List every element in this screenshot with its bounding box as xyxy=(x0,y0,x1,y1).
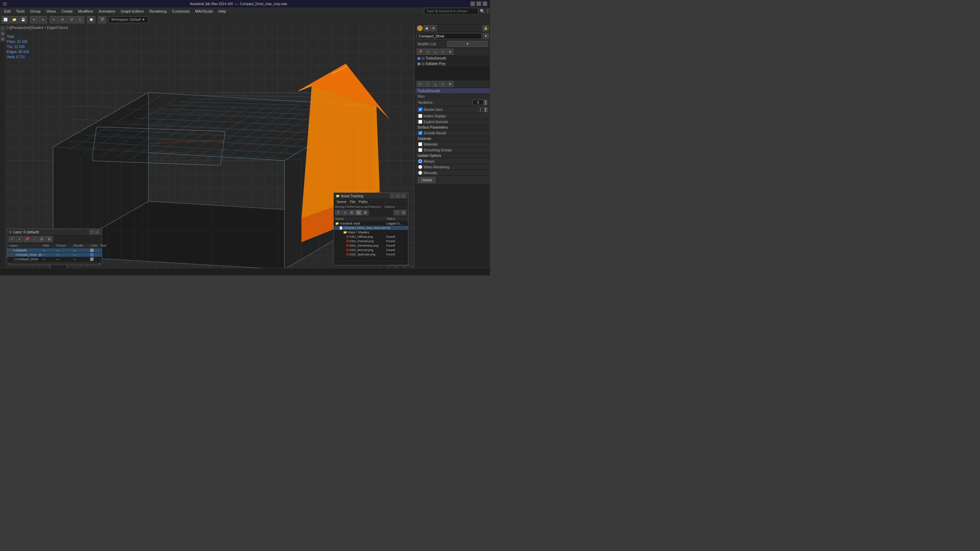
at-minimize-button[interactable]: − xyxy=(390,194,395,198)
at-menu-paths[interactable]: Paths xyxy=(358,200,369,204)
at-row-fresnel[interactable]: 🖼 SSD_Fresnel.png Found xyxy=(334,239,408,243)
at-help-button-2[interactable]: ⚙ xyxy=(401,210,407,215)
at-row-vault[interactable]: 📁 Autodesk Vault Logged O... xyxy=(334,221,408,226)
layers-move-button[interactable]: ↑ xyxy=(31,236,38,242)
at-detail-button[interactable]: ⊟ xyxy=(356,210,362,215)
menu-item-rendering[interactable]: Rendering xyxy=(147,8,169,14)
isoline-checkbox[interactable] xyxy=(418,114,422,118)
materials-checkbox[interactable] xyxy=(418,142,422,146)
menu-item-maxscript[interactable]: MAXScript xyxy=(192,8,216,14)
smoothing-groups-checkbox[interactable] xyxy=(418,148,422,152)
at-scrollbar-h[interactable] xyxy=(334,257,408,260)
open-button[interactable]: 📁 xyxy=(10,16,18,24)
layers-scrollbar[interactable]: ◀ ▶ xyxy=(7,262,102,265)
display-icon[interactable]: ▣ xyxy=(424,25,430,31)
render-iters-input[interactable] xyxy=(479,108,482,111)
layers-pin-button[interactable]: 📌 xyxy=(24,236,30,242)
left-tool-2[interactable]: ◈ xyxy=(0,31,5,36)
menu-item-create[interactable]: Create xyxy=(59,8,75,14)
menu-item-customize[interactable]: Customize xyxy=(169,8,192,14)
explicit-normals-checkbox[interactable] xyxy=(418,120,422,124)
iterations-down[interactable]: ▼ xyxy=(484,102,487,105)
menu-item-modifiers[interactable]: Modifiers xyxy=(75,8,96,14)
modifier-add-icon[interactable]: △ xyxy=(432,49,439,55)
layers-expand-button[interactable]: ⊞ xyxy=(46,236,53,242)
lock-icon[interactable]: 🔒 xyxy=(482,25,488,31)
render-iters-down[interactable]: ▼ xyxy=(484,110,487,112)
utility-icon[interactable]: ⚙ xyxy=(430,25,437,31)
layers-add-button[interactable]: + xyxy=(8,236,15,242)
menu-item-edit[interactable]: Edit xyxy=(2,8,13,14)
iterations-input[interactable] xyxy=(473,100,484,105)
layers-close-button[interactable]: × xyxy=(95,230,100,234)
mod-icon-5[interactable]: ⊞ xyxy=(447,81,453,87)
layers-fold-button[interactable]: ⊟ xyxy=(38,236,45,242)
rotate-button[interactable]: ↺ xyxy=(67,16,76,24)
snap-button[interactable]: 🔲 xyxy=(87,16,95,24)
at-row-specular[interactable]: 🖼 SSD_Specular.png Found xyxy=(334,252,408,257)
layers-delete-button[interactable]: × xyxy=(16,236,23,242)
at-list-button[interactable]: ≡ xyxy=(342,210,348,215)
smooth-result-checkbox[interactable] xyxy=(418,131,422,135)
menu-item-graph-editors[interactable]: Graph Editors xyxy=(118,8,147,14)
render-button[interactable]: 🎬 xyxy=(98,16,106,24)
layer-row-compact-drive-obj[interactable]: ◻ Compact_Drive — — — xyxy=(7,257,102,262)
mod-icon-1[interactable]: ⬡ xyxy=(417,81,424,87)
render-iters-spinner[interactable]: ▲ ▼ xyxy=(484,107,487,112)
search-input[interactable] xyxy=(424,8,479,14)
when-rendering-radio[interactable] xyxy=(418,165,422,169)
modifier-editable-poly[interactable]: Editable Poly xyxy=(415,61,490,67)
menu-item-group[interactable]: Group xyxy=(27,8,43,14)
modifier-pin-icon[interactable]: 📌 xyxy=(417,49,424,55)
at-maximize-button[interactable]: □ xyxy=(396,194,401,198)
iterations-up[interactable]: ▲ xyxy=(484,100,487,102)
render-iters-up[interactable]: ▲ xyxy=(484,107,487,110)
at-help-button-1[interactable]: ? xyxy=(394,210,400,215)
material-icon[interactable] xyxy=(417,25,423,31)
modifier-select-icon[interactable]: ◻ xyxy=(424,49,431,55)
layers-scrollbar-track[interactable] xyxy=(11,263,97,265)
at-tile-button[interactable]: ⊠ xyxy=(363,210,369,215)
layer-row-compact-drive[interactable]: ⬛ Compact_Drive ☑ — — — xyxy=(7,253,102,257)
maximize-button[interactable]: □ xyxy=(476,2,481,6)
menu-item-tools[interactable]: Tools xyxy=(13,8,27,14)
new-button[interactable]: ⬜ xyxy=(2,16,10,24)
object-dropdown[interactable]: ▼ xyxy=(483,33,488,39)
modifier-grid-icon[interactable]: ⊞ xyxy=(447,49,453,55)
at-grid-button[interactable]: ⊞ xyxy=(349,210,355,215)
scale-button[interactable]: ⬡ xyxy=(76,16,84,24)
at-row-normal[interactable]: 🖼 SSD_Normal.png Found xyxy=(334,248,408,252)
iterations-spinner[interactable]: ▲ ▼ xyxy=(473,100,487,105)
workspace-dropdown[interactable]: Workspace: Default ▼ xyxy=(108,16,148,23)
always-radio[interactable] xyxy=(418,159,422,163)
modifier-turbosmooth[interactable]: TurboSmooth xyxy=(415,56,490,61)
close-button[interactable]: × xyxy=(482,2,487,6)
modifier-vis-toggle-2[interactable] xyxy=(422,63,424,65)
modifier-list-dropdown[interactable]: ▼ xyxy=(447,41,488,47)
at-menu-server[interactable]: Server xyxy=(335,200,348,204)
select-button[interactable]: ↖ xyxy=(50,16,58,24)
mod-icon-3[interactable]: △ xyxy=(432,81,439,87)
at-row-maps[interactable]: 📂 Maps / Shaders xyxy=(334,230,408,235)
menu-item-help[interactable]: Help xyxy=(216,8,229,14)
menu-item-animation[interactable]: Animation xyxy=(96,8,118,14)
at-row-file[interactable]: 📄 Compact_Drive_max_vray.max Ok xyxy=(334,226,408,230)
update-button[interactable]: Update xyxy=(418,177,435,183)
menu-item-views[interactable]: Views xyxy=(43,8,59,14)
at-row-glossiness[interactable]: 🖼 SSD_Glossiness.png Found xyxy=(334,243,408,248)
object-name-input[interactable] xyxy=(417,33,482,39)
layers-help-button[interactable]: ? xyxy=(89,230,94,234)
left-tool-3[interactable]: ⊞ xyxy=(0,37,5,41)
move-button[interactable]: ✛ xyxy=(59,16,67,24)
mod-icon-4[interactable]: ◻ xyxy=(439,81,446,87)
redo-button[interactable]: ↪ xyxy=(39,16,47,24)
render-iters-checkbox[interactable] xyxy=(418,108,422,111)
at-close-button[interactable]: × xyxy=(401,194,406,198)
layer-row-default[interactable]: ⬛ 0 (default) — — — xyxy=(7,248,102,253)
undo-button[interactable]: ↩ xyxy=(30,16,38,24)
at-refresh-button[interactable]: ↺ xyxy=(335,210,341,215)
left-tool-1[interactable]: ⬛ xyxy=(0,26,5,30)
minimize-button[interactable]: − xyxy=(470,2,475,6)
save-button[interactable]: 💾 xyxy=(19,16,27,24)
mod-icon-2[interactable]: | xyxy=(424,81,431,87)
